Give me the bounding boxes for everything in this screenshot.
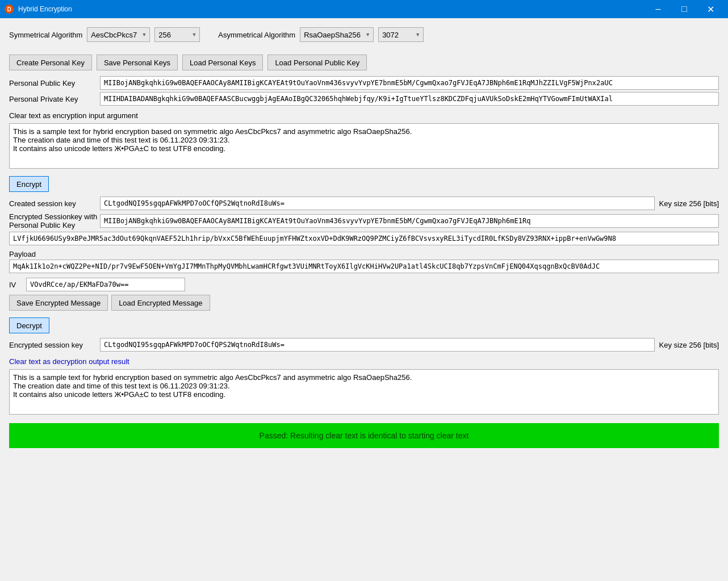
encrypted-session-key-input[interactable] [100,214,719,228]
decrypt-output-textarea[interactable] [9,369,719,415]
asym-bits-select[interactable]: 3072 [378,27,424,42]
asym-algo-label: Asymmetrical Algorithm [218,31,295,39]
load-personal-keys-button[interactable]: Load Personal Keys [182,55,263,70]
load-personal-public-key-button[interactable]: Load Personal Public Key [267,55,367,70]
private-key-input[interactable] [100,92,719,106]
asym-bits-select-wrapper[interactable]: 3072 [378,27,424,42]
decrypt-button[interactable]: Decrypt [9,317,49,333]
iv-label: IV [9,281,26,289]
session-key-row: Created session key Key size 256 [bits] [9,197,719,210]
iv-row: IV [9,278,719,291]
main-content: Symmetrical Algorithm AesCbcPkcs7 256 As… [0,18,728,581]
encrypted-session-key-row: Encrypted Sessionkey with Personal Publi… [9,212,719,229]
decrypt-session-key-size: Key size 256 [bits] [659,341,719,349]
decrypt-session-key-row: Encrypted session key Key size 256 [bits… [9,338,719,352]
session-key-input[interactable] [100,197,655,210]
iv-input[interactable] [26,278,185,291]
encrypted-session-key-label: Encrypted Sessionkey with Personal Publi… [9,212,100,229]
key-buttons-row: Create Personal Key Save Personal Keys L… [9,55,719,70]
status-message: Passed: Resulting clear text is identica… [260,431,469,440]
sym-bits-select-wrapper[interactable]: 256 [154,27,200,42]
asym-algo-select-wrapper[interactable]: RsaOaepSha256 [300,27,374,42]
app-title: Hybrid Encryption [18,5,645,13]
save-personal-keys-button[interactable]: Save Personal Keys [97,55,178,70]
clear-text-input[interactable] [9,123,719,169]
message-buttons-row: Save Encrypted Message Load Encrypted Me… [9,295,719,311]
algorithm-row: Symmetrical Algorithm AesCbcPkcs7 256 As… [9,27,719,42]
minimize-button[interactable]: – [645,0,671,18]
payload-input[interactable] [9,260,719,273]
private-key-row: Personal Private Key [9,92,719,106]
title-bar: D Hybrid Encryption – □ ✕ [0,0,728,18]
load-encrypted-message-button[interactable]: Load Encrypted Message [111,295,210,311]
public-key-input[interactable] [100,76,719,90]
status-bar: Passed: Resulting clear text is identica… [9,423,719,448]
close-button[interactable]: ✕ [697,0,723,18]
maximize-button[interactable]: □ [671,0,697,18]
public-key-label: Personal Public Key [9,79,100,87]
window-controls: – □ ✕ [645,0,723,18]
app-icon: D [5,5,14,14]
decrypt-session-key-label: Encrypted session key [9,341,100,349]
sym-algo-label: Symmetrical Algorithm [9,31,82,39]
create-personal-key-button[interactable]: Create Personal Key [9,55,92,70]
asym-algo-select[interactable]: RsaOaepSha256 [300,27,374,42]
public-key-row: Personal Public Key [9,76,719,90]
session-key-size: Key size 256 [bits] [659,199,719,208]
private-key-label: Personal Private Key [9,95,100,103]
full-encrypted-line-input[interactable] [9,232,719,245]
session-key-label: Created session key [9,199,100,208]
save-encrypted-message-button[interactable]: Save Encrypted Message [9,295,108,311]
encrypt-button[interactable]: Encrypt [9,176,49,192]
decrypt-session-key-input[interactable] [100,338,655,352]
clear-text-label: Clear text as encryption input argument [9,111,719,120]
sym-bits-select[interactable]: 256 [154,27,200,42]
payload-label: Payload [9,250,719,258]
decrypt-result-label: Clear text as decryption output result [9,357,719,366]
sym-algo-select-wrapper[interactable]: AesCbcPkcs7 [87,27,150,42]
sym-algo-select[interactable]: AesCbcPkcs7 [87,27,150,42]
